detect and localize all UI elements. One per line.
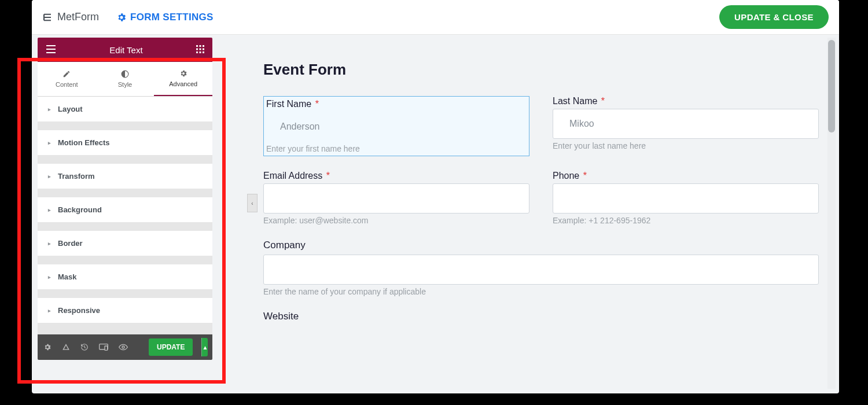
field-phone[interactable]: Phone * Example: +1 212-695-1962 <box>553 171 819 225</box>
section-responsive[interactable]: ▸Responsive <box>38 298 212 323</box>
phone-help: Example: +1 212-695-1962 <box>553 216 819 225</box>
phone-input[interactable] <box>553 183 819 213</box>
gear-icon <box>179 69 187 78</box>
company-label: Company <box>263 240 819 251</box>
last-name-input[interactable] <box>553 109 819 139</box>
tab-style[interactable]: Style <box>96 62 155 96</box>
update-button-caret[interactable]: ▲ <box>201 338 208 356</box>
preview-scrollbar[interactable] <box>827 38 836 389</box>
section-label: Background <box>58 205 102 214</box>
panel-footer: UPDATE ▲ <box>38 334 212 360</box>
tab-advanced-label: Advanced <box>169 80 197 87</box>
field-email[interactable]: Email Address * Example: user@website.co… <box>263 171 529 225</box>
section-label: Border <box>58 239 83 248</box>
field-first-name[interactable]: First Name * Enter your first name here <box>263 96 529 156</box>
form-settings-link[interactable]: FORM SETTINGS <box>116 12 214 23</box>
form-heading: Event Form <box>263 61 819 79</box>
update-button[interactable]: UPDATE <box>149 338 193 356</box>
svg-rect-3 <box>196 48 198 50</box>
field-website[interactable]: Website <box>263 311 819 326</box>
svg-rect-7 <box>200 51 201 53</box>
chevron-right-icon: ▸ <box>48 274 51 280</box>
gear-icon <box>116 12 127 23</box>
email-label: Email Address * <box>263 171 529 181</box>
svg-point-12 <box>122 346 124 348</box>
panel-title: Edit Text <box>56 45 196 55</box>
section-label: Layout <box>58 105 83 113</box>
field-last-name[interactable]: Last Name * Enter your last name here <box>553 96 819 150</box>
tab-content[interactable]: Content <box>38 62 96 96</box>
editor-panel: Edit Text Content Style Advanced ▸Layout… <box>38 38 212 360</box>
svg-rect-8 <box>203 51 204 53</box>
top-bar: MetForm FORM SETTINGS UPDATE & CLOSE <box>32 0 839 35</box>
first-name-label: First Name * <box>264 97 529 109</box>
svg-rect-5 <box>203 48 204 50</box>
svg-rect-4 <box>200 48 201 50</box>
metform-logo-icon <box>42 12 53 23</box>
settings-icon[interactable] <box>43 341 52 353</box>
tab-style-label: Style <box>118 81 132 88</box>
section-mask[interactable]: ▸Mask <box>38 264 212 290</box>
chevron-right-icon: ▸ <box>48 174 51 179</box>
svg-rect-1 <box>200 45 201 47</box>
tab-advanced[interactable]: Advanced <box>154 62 212 96</box>
panel-tabs: Content Style Advanced <box>38 62 212 97</box>
chevron-right-icon: ▸ <box>48 207 51 213</box>
email-help: Example: user@website.com <box>263 216 529 225</box>
tab-content-label: Content <box>56 81 78 88</box>
section-border[interactable]: ▸Border <box>38 231 212 256</box>
panel-collapse-button[interactable]: ‹ <box>247 194 258 212</box>
svg-rect-11 <box>105 346 108 350</box>
section-motion-effects[interactable]: ▸Motion Effects <box>38 130 212 156</box>
pencil-icon <box>62 70 71 78</box>
section-transform[interactable]: ▸Transform <box>38 164 212 189</box>
chevron-right-icon: ▸ <box>48 241 51 246</box>
panel-header: Edit Text <box>38 38 212 62</box>
menu-icon[interactable] <box>46 45 56 55</box>
update-and-close-button[interactable]: UPDATE & CLOSE <box>719 5 829 29</box>
first-name-help: Enter your first name here <box>264 144 529 156</box>
history-icon[interactable] <box>80 341 89 353</box>
section-background[interactable]: ▸Background <box>38 197 212 223</box>
email-input[interactable] <box>263 183 529 213</box>
form-settings-label: FORM SETTINGS <box>130 12 214 23</box>
section-layout[interactable]: ▸Layout <box>38 97 212 122</box>
half-circle-icon <box>121 70 129 78</box>
widgets-grid-icon[interactable] <box>196 45 204 55</box>
svg-rect-6 <box>196 51 198 53</box>
section-list: ▸Layout ▸Motion Effects ▸Transform ▸Back… <box>38 97 212 334</box>
company-help: Enter the name of your company if applic… <box>263 287 819 296</box>
preview-icon[interactable] <box>119 341 128 353</box>
section-label: Motion Effects <box>58 138 110 147</box>
chevron-right-icon: ▸ <box>48 106 51 112</box>
website-label: Website <box>263 311 819 322</box>
section-label: Mask <box>58 273 77 281</box>
section-label: Transform <box>58 172 95 181</box>
field-company[interactable]: Company Enter the name of your company i… <box>263 240 819 296</box>
brand: MetForm <box>42 11 99 23</box>
scrollbar-thumb[interactable] <box>828 40 835 132</box>
chevron-right-icon: ▸ <box>48 140 51 146</box>
first-name-input[interactable] <box>264 112 529 142</box>
phone-label: Phone * <box>553 171 819 181</box>
navigator-icon[interactable] <box>62 341 70 353</box>
section-label: Responsive <box>58 306 100 315</box>
last-name-help: Enter your last name here <box>553 141 819 150</box>
brand-label: MetForm <box>57 11 99 23</box>
last-name-label: Last Name * <box>553 96 819 106</box>
form-preview-canvas: Event Form First Name * Enter your first… <box>263 61 819 362</box>
chevron-right-icon: ▸ <box>48 308 51 314</box>
company-input[interactable] <box>263 255 819 285</box>
app-window: MetForm FORM SETTINGS UPDATE & CLOSE Edi… <box>32 0 839 393</box>
svg-rect-0 <box>196 45 198 47</box>
responsive-icon[interactable] <box>99 341 108 353</box>
svg-rect-2 <box>203 45 204 47</box>
